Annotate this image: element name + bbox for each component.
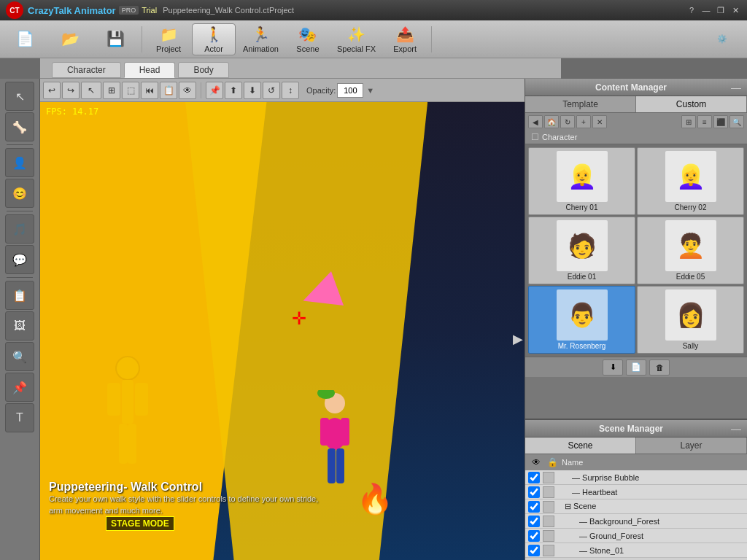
copy-frame-btn[interactable]: 📋 (160, 82, 177, 99)
special-fx-button[interactable]: ✨ Special FX (331, 23, 382, 55)
svg-point-0 (116, 357, 139, 380)
scene-icon: 🎭 (298, 26, 317, 43)
tab-character[interactable]: Character (52, 62, 121, 78)
move-down-btn[interactable]: ⬇ (244, 82, 261, 99)
save-button[interactable]: 💾 (93, 23, 137, 55)
scene-row[interactable]: — Heartbeat (525, 485, 747, 499)
tab-head[interactable]: Head (124, 62, 176, 78)
titlebar: CT CrazyTalk Animator PRO Trial Puppetee… (0, 0, 747, 20)
help-button[interactable]: ? (686, 4, 697, 16)
tool-list[interactable]: ≡ (697, 115, 712, 128)
stage-right-arrow[interactable]: ▶ (513, 331, 523, 347)
bone-tool[interactable]: 🦴 (5, 112, 34, 141)
minimize-button[interactable]: — (700, 4, 712, 16)
footer-download[interactable]: ⬇ (603, 359, 623, 376)
layer-checkbox[interactable] (528, 545, 540, 556)
tool-home[interactable]: 🏠 (544, 115, 559, 128)
music-tool[interactable]: 🎵 (5, 214, 34, 244)
chat-tool[interactable]: 💬 (5, 245, 34, 274)
layer-checkbox[interactable] (528, 501, 540, 513)
prev-frame-btn[interactable]: ⏮ (141, 82, 158, 99)
scene-row[interactable]: — Ground_Forest (525, 529, 747, 543)
lock-indicator (543, 472, 554, 483)
tab-custom[interactable]: Custom (636, 96, 747, 112)
actor-button[interactable]: 🚶 Actor (192, 23, 236, 55)
toolbar-right: ⚙️ (700, 23, 744, 55)
crosshair: ✛ (292, 308, 306, 329)
char-name: Eddie 05 (676, 273, 705, 281)
char-item-eddie-01[interactable]: 🧑 Eddie 01 (528, 217, 635, 284)
stage-mode-badge: STAGE MODE (106, 516, 174, 531)
scene-manager-close[interactable]: — (731, 423, 741, 435)
cursor-tool[interactable]: 🔍 (5, 342, 34, 371)
section-header: ☐ Character (525, 131, 747, 144)
rotate-btn[interactable]: ↺ (263, 82, 280, 99)
project-button[interactable]: 📁 Project (147, 23, 190, 55)
scene-row[interactable]: — Background_Forest (525, 514, 747, 529)
tool-refresh[interactable]: ↻ (560, 115, 575, 128)
footer-new[interactable]: 📄 (626, 359, 646, 376)
tool-delete[interactable]: ✕ (592, 115, 607, 128)
svg-rect-4 (119, 424, 128, 464)
person-tool[interactable]: 👤 (5, 148, 34, 177)
redo-btn[interactable]: ↪ (62, 82, 80, 99)
layer-checkbox[interactable] (528, 472, 540, 483)
layer-checkbox[interactable] (528, 530, 540, 542)
eye-col-header: 👁 (530, 457, 543, 467)
char-item-sally[interactable]: 👩 Sally (637, 286, 744, 354)
export-button[interactable]: 📤 Export (383, 23, 427, 55)
char-name: Cherry 02 (675, 203, 707, 211)
tool-large[interactable]: ⬛ (713, 115, 728, 128)
tool-grid[interactable]: ⊞ (681, 115, 696, 128)
char-name: Sally (683, 342, 699, 350)
rect-select-btn[interactable]: ⬚ (122, 82, 139, 99)
sprite-tool[interactable]: 🖼 (5, 311, 34, 341)
tool-search[interactable]: 🔍 (729, 115, 744, 128)
lock-col-header: 🔒 (546, 457, 559, 467)
section-label: Character (542, 133, 577, 141)
layer-checkbox[interactable] (528, 486, 540, 498)
layer-name: — Surprise Bubble (572, 473, 744, 482)
scene-row[interactable]: — Stone_01 (525, 543, 747, 558)
maximize-button[interactable]: ❐ (715, 4, 727, 16)
undo-btn[interactable]: ↩ (43, 82, 61, 99)
footer-delete[interactable]: 🗑 (649, 359, 670, 376)
scene-button[interactable]: 🎭 Scene (286, 23, 330, 55)
content-manager-close[interactable]: — (731, 82, 741, 93)
settings-button[interactable]: ⚙️ (700, 23, 744, 55)
app-logo: CT (6, 1, 23, 19)
opacity-input[interactable] (337, 83, 363, 98)
select-tool[interactable]: ↖ (5, 82, 34, 111)
pin-btn[interactable]: 📌 (206, 82, 223, 99)
stage-desc2: arm movement and much more. (49, 505, 318, 516)
select-btn[interactable]: ↖ (81, 82, 101, 99)
animation-button[interactable]: 🏃 Animation (237, 23, 285, 55)
eye-btn[interactable]: 👁 (179, 82, 196, 99)
scene-tab-layer[interactable]: Layer (636, 438, 747, 454)
new-button[interactable]: 📄 (3, 23, 47, 55)
expand-btn[interactable]: ▼ (366, 86, 374, 95)
char-item-mr.-rosenberg[interactable]: 👨 Mr. Rosenberg (528, 286, 635, 354)
trial-badge: Trial (142, 6, 157, 15)
pin-tool[interactable]: 📌 (5, 373, 34, 402)
flip-btn[interactable]: ↕ (282, 82, 299, 99)
scene-tab-scene[interactable]: Scene (525, 438, 636, 454)
tab-template[interactable]: Template (525, 96, 636, 112)
tab-body[interactable]: Body (178, 62, 228, 78)
move-up-btn[interactable]: ⬆ (225, 82, 242, 99)
tool-add[interactable]: + (576, 115, 591, 128)
text-tool[interactable]: T (5, 403, 34, 432)
close-button[interactable]: ✕ (729, 4, 741, 16)
doc-tool[interactable]: 📋 (5, 281, 34, 310)
scene-row[interactable]: — Surprise Bubble (525, 470, 747, 485)
char-item-cherry-02[interactable]: 👱‍♀️ Cherry 02 (637, 147, 744, 215)
open-button[interactable]: 📂 (48, 23, 92, 55)
layer-checkbox[interactable] (528, 516, 540, 527)
tool-prev[interactable]: ◀ (528, 115, 543, 128)
transform-btn[interactable]: ⊞ (103, 82, 120, 99)
scene-row[interactable]: ⊟ Scene (525, 499, 747, 514)
char-item-cherry-01[interactable]: 👱‍♀️ Cherry 01 (528, 147, 635, 215)
face-tool[interactable]: 😊 (5, 179, 34, 208)
char-item-eddie-05[interactable]: 🧑‍🦱 Eddie 05 (637, 217, 744, 284)
char-name: Eddie 01 (568, 273, 596, 281)
